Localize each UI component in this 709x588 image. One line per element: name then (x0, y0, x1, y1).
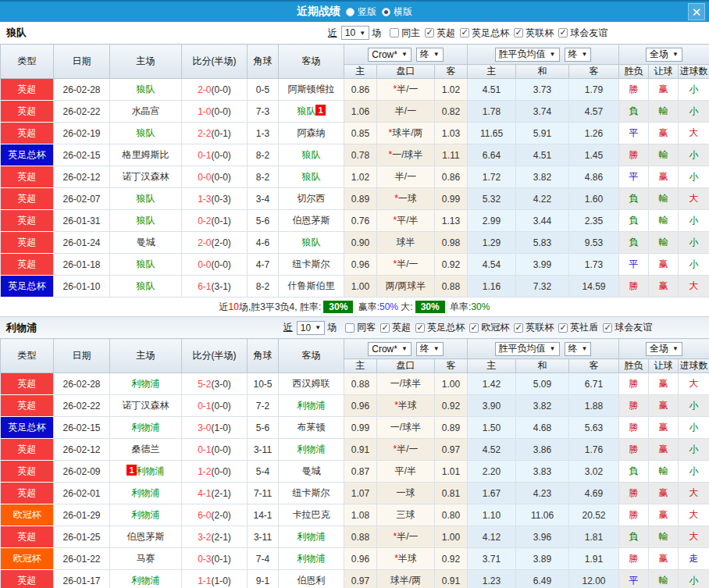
same-venue-checkbox[interactable] (345, 323, 354, 333)
away-team-cell: 狼队 (279, 144, 344, 166)
away-team-name: 伯恩利 (297, 575, 326, 586)
home-team-name: 狼队 (137, 258, 155, 269)
mean-home-cell: 4.52 (468, 439, 516, 461)
match-row: 英超26-01-25伯恩茅斯3-2(2-1)3-11利物浦0.88*半/一1.0… (1, 526, 709, 548)
mean-away-cell: 20.52 (569, 504, 619, 526)
odds-away-cell: 1.00 (435, 373, 468, 395)
mean-home-cell: 3.71 (468, 548, 516, 570)
mean-away-cell: 1.73 (569, 254, 619, 276)
near-matches-link[interactable]: 近 (283, 321, 293, 334)
league-badge-cell: 英超 (1, 254, 54, 276)
odds-company-select[interactable]: Crow*▼ (368, 48, 412, 62)
league-checkbox[interactable] (469, 323, 479, 333)
result-wdl-cell: 勝 (619, 144, 649, 166)
league-checkbox[interactable] (460, 28, 469, 37)
match-count-select[interactable]: 10▼ (297, 321, 325, 335)
odds-away-cell: 0.89 (435, 417, 468, 439)
radio-unchecked-icon[interactable] (346, 8, 354, 16)
odds-final-select[interactable]: 终▼ (416, 342, 444, 356)
result-wdl-cell: 負 (619, 526, 649, 548)
corner-cell: 4-7 (248, 254, 279, 276)
mean-draw-cell: 3.82 (516, 166, 569, 188)
handicap-cell: 一/球半 (377, 373, 435, 395)
home-team-cell: 利物浦 (110, 504, 182, 526)
result-goals-cell: 小 (679, 166, 709, 188)
radio-horizontal-layout[interactable]: 横版 (382, 5, 412, 19)
mean-group-header: 胜平负均值▼终▼ (468, 45, 619, 65)
league-checkbox[interactable] (425, 28, 434, 37)
fulltime-score: 0-0 (198, 172, 211, 183)
mean-draw-cell: 11.06 (516, 504, 569, 526)
score-cell: 2-2(0-1) (182, 123, 248, 144)
column-header: 比分(半场) (182, 339, 248, 373)
result-goals-cell: 小 (679, 417, 709, 439)
match-row: 欧冠杯26-01-22马赛0-3(0-1)7-4利物浦0.96*半球0.923.… (1, 548, 709, 570)
league-checkbox[interactable] (558, 28, 568, 37)
odds-company-select[interactable]: Crow*▼ (368, 342, 412, 356)
league-badge-cell: 英超 (1, 210, 54, 232)
sub-column-header: 客 (435, 65, 468, 79)
odds-home-cell: 0.86 (344, 79, 377, 101)
column-header: 角球 (248, 45, 279, 79)
odds-away-cell: 0.86 (435, 166, 468, 188)
match-row: 英超26-02-01利物浦4-1(2-1)7-11纽卡斯尔1.07一球0.811… (1, 483, 709, 504)
match-scope-select[interactable]: 全场▼ (646, 48, 682, 62)
chevron-down-icon: ▼ (672, 345, 679, 352)
corner-cell: 3-4 (248, 188, 279, 210)
mean-odds-select[interactable]: 胜平负均值▼ (495, 48, 560, 62)
mean-draw-cell: 3.89 (516, 548, 569, 570)
halftime-score: (3-1) (212, 281, 231, 292)
header-group-row: 类型日期主场比分(半场)角球客场Crow*▼终▼胜平负均值▼终▼全场▼ (1, 339, 709, 359)
halftime-score: (2-0) (212, 510, 231, 521)
odds-group-header: Crow*▼终▼ (344, 45, 468, 65)
odds-company-select-label: Crow* (372, 344, 397, 355)
league-badge-cell: 英超 (1, 232, 54, 254)
mean-draw-cell: 4.68 (516, 417, 569, 439)
radio-checked-icon[interactable] (382, 8, 390, 16)
near-matches-link[interactable]: 近 (328, 27, 337, 40)
league-checkbox[interactable] (558, 323, 568, 333)
result-handicap-cell: 赢 (649, 373, 679, 395)
match-count-select[interactable]: 10▼ (341, 26, 369, 40)
mean-final-select[interactable]: 终▼ (565, 48, 592, 62)
league-checkbox[interactable] (514, 323, 523, 333)
mean-away-cell: 1.79 (569, 79, 619, 101)
fulltime-score: 1-3 (198, 194, 211, 205)
result-goals-cell: 大 (679, 188, 709, 210)
fulltime-score: 1-1 (198, 576, 211, 586)
league-checkbox[interactable] (514, 28, 523, 37)
radio-vertical-layout[interactable]: 竖版 (346, 5, 376, 19)
mean-final-select[interactable]: 终▼ (565, 342, 592, 356)
result-goals-cell: 小 (679, 79, 709, 101)
league-checkbox[interactable] (380, 323, 390, 333)
fulltime-score: 6-0 (198, 510, 211, 521)
result-goals-cell: 小 (679, 232, 709, 254)
league-filter-label: 英足总杯 (427, 321, 465, 334)
same-venue-checkbox[interactable] (390, 28, 399, 37)
home-team-name: 利物浦 (132, 422, 160, 433)
odds-final-select[interactable]: 终▼ (416, 48, 444, 62)
odds-home-cell: 0.97 (344, 570, 377, 588)
odds-home-cell: 0.88 (344, 526, 377, 548)
corner-cell: 7-2 (248, 395, 279, 417)
away-team-name: 狼队 (302, 149, 321, 160)
handicap-cell: *平/半 (377, 210, 435, 232)
header-group-row: 类型日期主场比分(半场)角球客场Crow*▼终▼胜平负均值▼终▼全场▼ (1, 45, 709, 65)
fulltime-score: 0-3 (198, 554, 211, 565)
match-date-cell: 26-01-18 (54, 254, 110, 276)
filter-bar: 近10▼场同客英超英足总杯欧冠杯英联杯英社盾球会友谊 (226, 321, 709, 335)
match-date-cell: 26-02-22 (54, 395, 110, 417)
close-button[interactable]: ✕ (688, 3, 705, 20)
away-team-cell: 卡拉巴克 (279, 504, 344, 526)
match-scope-select[interactable]: 全场▼ (646, 342, 682, 356)
league-checkbox[interactable] (415, 323, 425, 333)
result-wdl-cell: 負 (619, 461, 649, 483)
mean-draw-cell: 4.23 (516, 483, 569, 504)
result-handicap-cell: 赢 (649, 254, 679, 276)
column-header: 角球 (248, 339, 279, 373)
mean-odds-select[interactable]: 胜平负均值▼ (495, 342, 560, 356)
sub-column-header: 和 (516, 65, 569, 79)
league-checkbox[interactable] (603, 323, 612, 333)
halftime-score: (0-0) (212, 84, 231, 95)
league-badge-cell: 英超 (1, 439, 54, 461)
